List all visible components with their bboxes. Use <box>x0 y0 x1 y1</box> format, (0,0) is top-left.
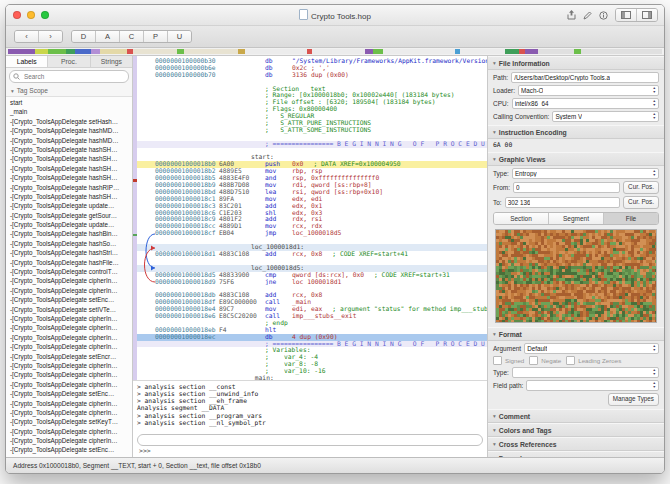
label-item[interactable]: -[Crypto_ToolsAppDelegate hashSH… <box>6 173 132 182</box>
label-item[interactable]: -[Crypto_ToolsAppDelegate cipherIn… <box>6 408 132 417</box>
tab-labels[interactable]: Labels <box>6 56 48 67</box>
file-map-segment[interactable] <box>75 49 91 54</box>
tab-procedures[interactable]: Proc. <box>48 56 90 67</box>
disasm-line[interactable]: 00000001000018c6C1E203shledx, 0x3 <box>133 210 487 217</box>
disasm-line[interactable]: 00000001000018c94801F2addrdx, rsi <box>133 216 487 223</box>
disasm-line[interactable]: ; Variables: <box>133 347 487 354</box>
instruction-encoding-header[interactable]: ▾ Instruction Encoding <box>488 125 664 139</box>
disasm-line[interactable]: 00000001000018d548833900cmpqword [ds:rcx… <box>133 272 487 279</box>
disasm-line[interactable] <box>133 148 487 155</box>
file-information-header[interactable]: ▾ File Information <box>488 56 664 70</box>
disasm-line[interactable]: start: <box>133 154 487 161</box>
label-item[interactable]: -[Crypto_ToolsAppDelegate hashBin… <box>6 229 132 238</box>
file-map-segment[interactable] <box>100 49 127 54</box>
file-map-segment[interactable] <box>66 49 75 54</box>
disasm-line[interactable] <box>133 134 487 141</box>
label-item[interactable]: -[Crypto_ToolsAppDelegate setEnc… <box>6 295 132 304</box>
disasm-line[interactable]: ; var_8: -8 <box>133 361 487 368</box>
cpu-select[interactable]: intel/x86_64▲▼ <box>512 98 659 109</box>
file-map-segment[interactable] <box>574 49 581 54</box>
label-item[interactable]: -[Crypto_ToolsAppDelegate setEnc… <box>6 445 132 454</box>
disasm-line[interactable]: ; ================ B E G I N N I N G O F… <box>133 341 487 348</box>
label-item[interactable]: -[Crypto_ToolsAppDelegate cipherIn… <box>6 276 132 285</box>
label-item[interactable]: -[Crypto_ToolsAppDelegate cipherIn… <box>6 361 132 370</box>
label-item[interactable]: -[Crypto_ToolsAppDelegate hashStri… <box>6 248 132 257</box>
label-item[interactable]: -[Crypto_ToolsAppDelegate hashRIP… <box>6 183 132 192</box>
disasm-line[interactable]: 0000000100000b70db3136 dup (0x00) <box>133 72 487 79</box>
label-item[interactable]: -[Crypto_ToolsAppDelegate update… <box>6 220 132 229</box>
disasm-line[interactable] <box>133 258 487 265</box>
file-map-segment[interactable] <box>133 49 178 54</box>
disasm-line[interactable]: 00000001000018ebF4hlt <box>133 327 487 334</box>
disasm-line[interactable]: 00000001000018d14883C108addrcx, 0x8; COD… <box>133 251 487 258</box>
info-icon[interactable] <box>599 11 608 20</box>
disasm-line[interactable]: 00000001000018db4883C108addrcx, 0x8 <box>133 292 487 299</box>
disasm-line[interactable]: ; ================ B E G I N N I N G O F… <box>133 141 487 148</box>
file-map-segment[interactable] <box>525 49 538 54</box>
label-item[interactable]: -[Crypto_ToolsAppDelegate cipherIn… <box>6 399 132 408</box>
transform-data-button[interactable]: D <box>72 31 96 42</box>
signed-checkbox[interactable] <box>493 356 502 365</box>
label-item[interactable]: -[Crypto_ToolsAppDelegate hashMD… <box>6 136 132 145</box>
tag-scope-control[interactable]: ▾ Tag Scope <box>6 85 132 97</box>
disasm-line[interactable]: ; S_REGULAR <box>133 113 487 120</box>
forward-button[interactable]: › <box>39 31 62 42</box>
label-item[interactable]: -[Crypto_ToolsAppDelegate hashSH… <box>6 145 132 154</box>
disasm-line[interactable]: 00000001000018cfEB04jmploc_1000018d5 <box>133 230 487 237</box>
label-item[interactable]: -[Crypto_ToolsAppDelegate cipherIn… <box>6 380 132 389</box>
argument-select[interactable]: Default▲▼ <box>524 343 659 354</box>
disasm-line[interactable]: 00000001000018b06A00push0x0; DATA XREF=0… <box>133 161 487 168</box>
label-item[interactable]: -[Crypto_ToolsAppDelegate setEncr… <box>6 352 132 361</box>
close-window-button[interactable] <box>13 11 21 19</box>
disasm-line[interactable]: ; var_10: -16 <box>133 368 487 375</box>
disasm-line[interactable]: _main: <box>133 375 487 380</box>
label-item[interactable]: -[Crypto_ToolsAppDelegate hashFile… <box>6 258 132 267</box>
disasm-line[interactable]: 00000001000018c189FAmovedx, edi <box>133 196 487 203</box>
label-item[interactable]: -[Crypto_ToolsAppDelegate hashSH… <box>6 154 132 163</box>
cross-references-header[interactable]: ▾ Cross References <box>488 437 664 451</box>
annotate-icon[interactable] <box>583 11 592 20</box>
disasm-line[interactable]: ; Range: [0x1000018b0; 0x10002e440[ (183… <box>133 92 487 99</box>
label-item[interactable]: -[Crypto_ToolsAppDelegate setEnc… <box>6 389 132 398</box>
label-item[interactable]: -[Crypto_ToolsAppDelegate hashSo… <box>6 239 132 248</box>
file-map-segment[interactable] <box>312 49 366 54</box>
label-item[interactable]: -[Crypto_ToolsAppDelegate cipherIn… <box>6 333 132 342</box>
file-map-segment[interactable] <box>35 49 48 54</box>
file-map-segment[interactable] <box>91 49 100 54</box>
label-item[interactable]: -[Crypto_ToolsAppDelegate update… <box>6 201 132 210</box>
file-map-segment[interactable] <box>184 49 238 54</box>
from-cur-pos-button[interactable]: Cur. Pos. <box>623 181 659 194</box>
disasm-line[interactable]: 00000001000018bd488D7510learsi, qword [s… <box>133 189 487 196</box>
minimize-window-button[interactable] <box>27 11 35 19</box>
label-item[interactable]: -[Crypto_ToolsAppDelegate cipherIn… <box>6 436 132 445</box>
scope-file-button[interactable]: File <box>604 213 658 224</box>
disasm-line[interactable] <box>133 79 487 86</box>
file-map-strip[interactable] <box>6 48 664 56</box>
disasm-line[interactable] <box>133 285 487 292</box>
disasm-line[interactable]: 00000001000018b54883E4F0andrsp, 0xffffff… <box>133 175 487 182</box>
label-item[interactable]: -[Crypto_ToolsAppDelegate setKeyT… <box>6 417 132 426</box>
label-item[interactable]: -[Crypto_ToolsAppDelegate getSour… <box>6 211 132 220</box>
label-item[interactable]: _main <box>6 107 132 116</box>
to-cur-pos-button[interactable]: Cur. Pos. <box>623 196 659 209</box>
disasm-line[interactable]: 00000001000018dfE89C000000call_main <box>133 299 487 306</box>
calling-convention-select[interactable]: System V▲▼ <box>552 111 659 122</box>
disasm-line[interactable]: 00000001000018e489C7movedi, eax; argumen… <box>133 306 487 313</box>
format-type-select[interactable]: ▲▼ <box>512 367 659 378</box>
negate-checkbox[interactable] <box>529 356 538 365</box>
format-header[interactable]: ▾ Format <box>488 327 664 341</box>
file-map-segment[interactable] <box>177 49 184 54</box>
file-map-segment[interactable] <box>365 49 372 54</box>
label-item[interactable]: -[Crypto_ToolsAppDelegate cipherIn… <box>6 342 132 351</box>
share-icon[interactable] <box>567 10 576 20</box>
label-item[interactable]: -[Crypto_ToolsAppDelegate cipherIn… <box>6 286 132 295</box>
file-map-segment[interactable] <box>48 49 66 54</box>
label-item[interactable]: -[Crypto_ToolsAppDelegate cipherIn… <box>6 314 132 323</box>
scope-section-button[interactable]: Section <box>494 213 549 224</box>
from-input[interactable]: 0 <box>513 182 620 193</box>
back-button[interactable]: ‹ <box>15 31 39 42</box>
disasm-line[interactable]: ; S_ATTR_SOME_INSTRUCTIONS <box>133 127 487 134</box>
disasm-line[interactable]: ; Flags: 0x80000400 <box>133 106 487 113</box>
zoom-window-button[interactable] <box>41 11 49 19</box>
to-input[interactable]: 302 136 <box>505 197 620 208</box>
